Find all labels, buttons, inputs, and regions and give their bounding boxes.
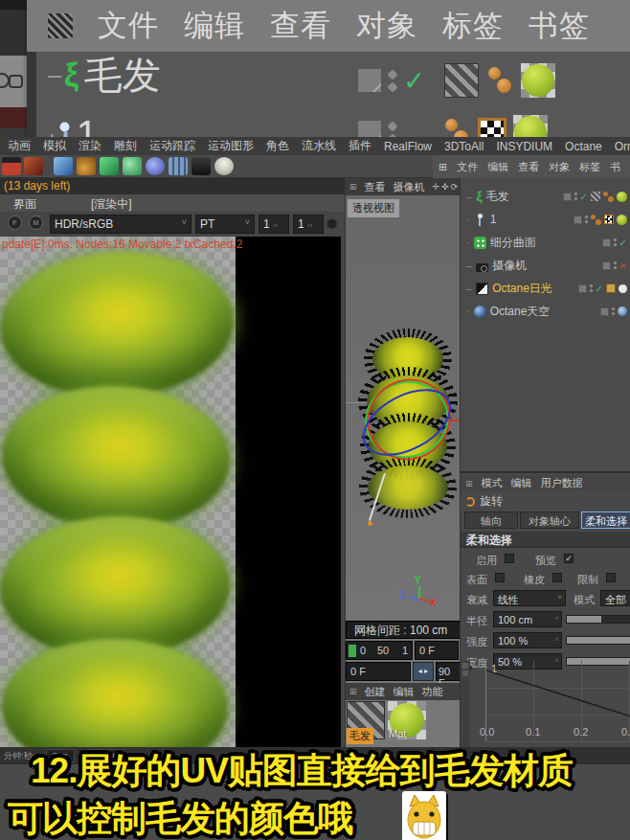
cube-object-icon[interactable] [54,157,73,175]
strength-field[interactable]: 100 %‹ [493,632,562,648]
colorspace-dropdown[interactable]: HDR/sRGB˅ [50,215,191,234]
render-view-icon[interactable] [2,157,21,175]
deformer-icon[interactable] [100,157,119,175]
target-tag-icon[interactable] [619,284,627,293]
mat-menu-edit[interactable]: 编辑 [394,685,415,699]
visibility-icon[interactable] [602,261,611,270]
tree-row-hair[interactable]: –ξ 毛发 ✓ [461,186,630,207]
menu-motion-tracker[interactable]: 运动跟踪 [149,138,195,154]
menu-octane[interactable]: Octane [565,140,602,153]
eraser-checkbox[interactable] [552,573,562,582]
panel-icon[interactable]: ⊞ [439,161,447,173]
enable-checkbox[interactable] [505,554,514,563]
grip-icon[interactable] [48,13,73,38]
hair-material-label[interactable]: 毛发 [347,728,373,744]
mat-menu-create[interactable]: 创建 [365,685,386,699]
menu-plugins[interactable]: 插件 [349,138,371,154]
range-arrows[interactable]: ◂ ▸ [413,662,434,681]
green-material-label[interactable]: Mat [389,728,406,739]
tree-row-camera[interactable]: – 摄像机 ✕ [461,255,630,276]
overlay-menu-tags[interactable]: 标签 [442,6,504,46]
tab-interface[interactable]: 界面 [13,196,36,213]
overlay-menu-file[interactable]: 文件 [98,6,159,46]
tree-row-octane-daylight[interactable]: – Octane日光 ✓ [461,278,630,299]
surface-checkbox[interactable] [495,573,505,582]
am-menu-mode[interactable]: 模式 [482,476,503,490]
rect-tool-icon[interactable] [9,75,23,88]
overlay-menu-bookmarks[interactable]: 书签 [529,6,590,46]
preview-checkbox[interactable]: ✓ [564,554,574,563]
mat-menu-function[interactable]: 功能 [422,685,443,699]
tree-row-subdivision[interactable]: · 细分曲面 ✓ [461,232,630,253]
uv-tag-icon[interactable] [604,215,614,224]
dynamics-tag-icon[interactable] [485,66,514,95]
light-bulb-icon[interactable] [214,157,234,175]
material-tag-icon[interactable] [617,215,627,225]
spline-pen-icon[interactable] [77,157,96,175]
visibility-icon[interactable] [563,193,572,201]
focus-pick-icon[interactable]: F [8,216,22,230]
material-tag-icon[interactable] [617,192,627,202]
visibility-icon[interactable] [578,284,587,293]
dots-tag-icon[interactable] [603,192,614,202]
spinner-1[interactable]: 1 ‹› [259,215,289,234]
menu-animate[interactable]: 动画 [8,138,31,154]
menu-character[interactable]: 角色 [266,138,289,154]
menu-sculpt[interactable]: 雕刻 [114,138,137,154]
menu-mograph[interactable]: 运动图形 [208,138,254,154]
range-end-field[interactable]: 90 F [436,662,461,681]
sun-tag-icon[interactable] [606,284,616,293]
vp-menu-camera[interactable]: 摄像机 [394,180,425,194]
om-menu-edit[interactable]: 编辑 [487,160,508,174]
spinner-2[interactable]: 1 ‹› [293,215,324,234]
panel-icon[interactable]: ⊞ [349,687,357,696]
overlay-menu-view[interactable]: 查看 [270,6,331,46]
visibility-icon[interactable] [602,238,611,247]
menu-ornatrix[interactable]: Ornatrix [615,140,630,153]
radius-slider[interactable] [566,615,630,624]
current-frame-marker[interactable] [349,645,356,657]
om-menu-tags[interactable]: 标签 [579,160,600,174]
current-frame-field[interactable]: 0 F [415,641,459,660]
menu-3dtoall[interactable]: 3DToAll [444,140,484,153]
camera-tool-icon[interactable] [191,157,211,175]
timeline-ruler[interactable]: 0 50 1 [346,641,413,660]
vp-menu-view[interactable]: 查看 [365,180,386,194]
enabled-check-icon[interactable]: ✓ [403,65,425,97]
range-start-field[interactable]: 0 F [346,662,411,681]
visibility-icon[interactable] [600,307,609,316]
am-menu-edit[interactable]: 编辑 [511,476,532,490]
om-menu-bookmarks[interactable]: 书 [610,160,620,174]
tree-row-octane-sky[interactable]: · Octane天空 [461,301,630,322]
menu-realflow[interactable]: RealFlow [384,140,432,153]
perspective-viewport[interactable]: ⊞ 查看 摄像机 ✛✜⟳▣ 透视视图 Y Z X 网格间距 : 100 cm [345,178,460,761]
menu-insydium[interactable]: INSYDIUM [496,140,552,153]
menu-pipeline[interactable]: 流水线 [302,138,336,154]
environment-icon[interactable] [146,157,165,175]
menu-simulate[interactable]: 模拟 [43,138,66,154]
generator-icon[interactable] [123,157,142,175]
floor-grid-icon[interactable] [169,157,188,175]
editor-visibility-icon[interactable] [357,68,382,93]
menu-render[interactable]: 渲染 [79,138,101,154]
om-menu-view[interactable]: 查看 [518,160,539,174]
texture-tag-icon[interactable] [521,63,555,98]
falloff-dropdown[interactable]: 线性˅ [493,590,566,606]
visibility-icon[interactable] [574,216,582,224]
hair-tag-icon[interactable] [591,192,600,201]
dots-tag-icon[interactable] [591,215,601,225]
tab-object-axis[interactable]: 对象轴心 [520,511,579,529]
strength-slider[interactable] [566,636,630,645]
panel-icon[interactable]: ⊞ [349,182,357,192]
om-menu-object[interactable]: 对象 [549,160,570,174]
sky-tag-icon[interactable] [618,306,627,316]
kernel-dropdown[interactable]: PT˅ [195,215,255,234]
hair-material-tag-icon[interactable] [444,63,479,98]
mode-dropdown[interactable]: 全部 [600,590,630,606]
tab-axis[interactable]: 轴向 [464,511,518,529]
material-pick-icon[interactable]: M [29,216,43,230]
render-settings-icon[interactable] [24,157,43,175]
overlay-row-hair-tags[interactable]: ✓ [357,63,555,98]
lock-resolution-icon[interactable]: ⬢ [326,217,337,230]
tree-row-1[interactable]: · 1 [461,209,630,230]
